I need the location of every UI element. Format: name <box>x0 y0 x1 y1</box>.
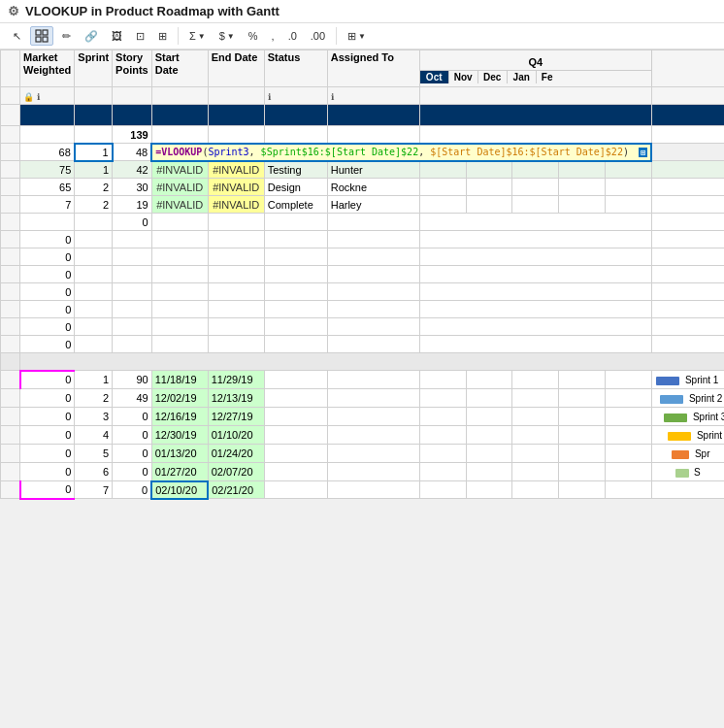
grid-tool[interactable]: ⊞ <box>153 27 172 46</box>
row2-assigned[interactable]: Hunter <box>327 161 419 179</box>
row2-status[interactable]: Testing <box>264 161 327 179</box>
row2-end[interactable]: #INVALID <box>208 161 264 179</box>
s1-market[interactable]: 0 <box>20 371 75 389</box>
s3-market[interactable]: 0 <box>20 408 75 426</box>
table-tool[interactable] <box>30 26 53 46</box>
s7-end[interactable]: 02/21/20 <box>208 481 264 499</box>
row1-formula-cell[interactable]: =VLOOKUP(Sprint3, $Sprint$16:$[Start Dat… <box>151 144 651 161</box>
borders-btn[interactable]: ⊞ ▼ <box>343 27 371 46</box>
gantt-label-sprint2: Sprint 2 <box>689 393 722 404</box>
s3-sprint[interactable]: 3 <box>75 408 113 426</box>
comma-btn[interactable]: , <box>267 27 280 45</box>
s4-start[interactable]: 12/30/19 <box>151 426 208 445</box>
row1-story[interactable]: 48 <box>113 144 152 161</box>
s7-story[interactable]: 0 <box>113 481 152 499</box>
s4-story[interactable]: 0 <box>113 426 152 445</box>
col-header-gantt <box>651 50 724 87</box>
summary-rownum <box>1 126 20 144</box>
formula-btn[interactable]: Σ ▼ <box>184 27 211 45</box>
s3-story[interactable]: 0 <box>113 408 152 426</box>
row4-assigned[interactable]: Harley <box>327 196 419 214</box>
s2-sprint[interactable]: 2 <box>75 389 113 408</box>
dh1-market <box>20 105 75 126</box>
percent-btn[interactable]: % <box>244 27 263 45</box>
row4-sprint[interactable]: 2 <box>75 196 113 214</box>
s6-sprint[interactable]: 6 <box>75 463 113 481</box>
row3-assigned[interactable]: Rockne <box>327 179 419 196</box>
s2-q4fe <box>605 389 651 408</box>
scroll-area[interactable]: MarketWeighted Sprint StoryPoints <box>0 50 724 714</box>
s1-end[interactable]: 11/29/19 <box>208 371 264 389</box>
s2-market[interactable]: 0 <box>20 389 75 408</box>
row4-start[interactable]: #INVALID <box>151 196 208 214</box>
row2-market[interactable]: 75 <box>20 161 75 179</box>
s3-start[interactable]: 12/16/19 <box>151 408 208 426</box>
row3-start[interactable]: #INVALID <box>151 179 208 196</box>
decimal0-btn[interactable]: .0 <box>283 27 302 45</box>
s2-end[interactable]: 12/13/19 <box>208 389 264 408</box>
s3-end[interactable]: 12/27/19 <box>208 408 264 426</box>
s5-story[interactable]: 0 <box>113 445 152 463</box>
s1-start[interactable]: 11/18/19 <box>151 371 208 389</box>
row2-start[interactable]: #INVALID <box>151 161 208 179</box>
s5-start[interactable]: 01/13/20 <box>151 445 208 463</box>
formula-range1: $Sprint$16:$[Start Date]$22 <box>261 147 419 157</box>
col-header-start: StartDate <box>151 50 208 87</box>
summary-start <box>151 126 208 144</box>
row2-q4nov <box>466 161 512 179</box>
s6-end[interactable]: 02/07/20 <box>208 463 264 481</box>
col-header-end: End Date <box>208 50 264 87</box>
s5-market[interactable]: 0 <box>20 445 75 463</box>
s4-end[interactable]: 01/10/20 <box>208 426 264 445</box>
row2-story[interactable]: 42 <box>113 161 152 179</box>
row3-sprint[interactable]: 2 <box>75 179 113 196</box>
s6-start[interactable]: 01/27/20 <box>151 463 208 481</box>
col-header-market-label: MarketWeighted <box>23 51 71 77</box>
row3-story[interactable]: 30 <box>113 179 152 196</box>
s5-sprint[interactable]: 5 <box>75 445 113 463</box>
row2-q4dec <box>512 161 559 179</box>
s6-q4nov <box>466 463 512 481</box>
sprint-row-5: 0 5 0 01/13/20 01/24/20 Spr <box>1 445 725 463</box>
s1-sprint[interactable]: 1 <box>75 371 113 389</box>
row3-market[interactable]: 65 <box>20 179 75 196</box>
pointer-tool[interactable]: ↖ <box>8 27 26 46</box>
row4-story[interactable]: 19 <box>113 196 152 214</box>
row2-sprint[interactable]: 1 <box>75 161 113 179</box>
row4-q4oct <box>419 196 466 214</box>
row3-end[interactable]: #INVALID <box>208 179 264 196</box>
s5-end[interactable]: 01/24/20 <box>208 445 264 463</box>
row4-status[interactable]: Complete <box>264 196 327 214</box>
image-tool[interactable]: 🖼 <box>107 27 127 45</box>
row3-status[interactable]: Design <box>264 179 327 196</box>
dollar-btn[interactable]: $ ▼ <box>214 27 240 45</box>
row3-num <box>1 179 20 196</box>
sub-header-row: 🔒 ℹ ℹ ℹ <box>1 87 725 105</box>
s7-q4dec <box>512 481 559 499</box>
s4-market[interactable]: 0 <box>20 426 75 445</box>
row2-q4jan <box>559 161 606 179</box>
layout-tool[interactable]: ⊡ <box>131 27 149 46</box>
row4-end[interactable]: #INVALID <box>208 196 264 214</box>
s2-story[interactable]: 49 <box>113 389 152 408</box>
s2-start[interactable]: 12/02/19 <box>151 389 208 408</box>
s5-q4oct <box>419 445 466 463</box>
decimal00-btn[interactable]: .00 <box>306 27 330 45</box>
pencil-tool[interactable]: ✏ <box>57 27 76 46</box>
data-row-2: 75 1 42 #INVALID #INVALID Testing Hunter <box>1 161 725 179</box>
s7-sprint[interactable]: 7 <box>75 481 113 499</box>
s1-story[interactable]: 90 <box>113 371 152 389</box>
svg-rect-3 <box>43 37 48 42</box>
link-tool[interactable]: 🔗 <box>80 27 103 46</box>
gantt-bar-sprint1 <box>656 377 679 385</box>
row1-sprint[interactable]: 1 <box>75 144 113 161</box>
s6-market[interactable]: 0 <box>20 463 75 481</box>
s4-sprint[interactable]: 4 <box>75 426 113 445</box>
row4-market[interactable]: 7 <box>20 196 75 214</box>
s5-status <box>264 445 327 463</box>
s7-start[interactable]: 02/10/20 <box>151 481 208 499</box>
s7-market[interactable]: 0 <box>20 481 75 499</box>
s6-story[interactable]: 0 <box>113 463 152 481</box>
row1-market[interactable]: 68 <box>20 144 75 161</box>
row3-q4jan <box>559 179 606 196</box>
